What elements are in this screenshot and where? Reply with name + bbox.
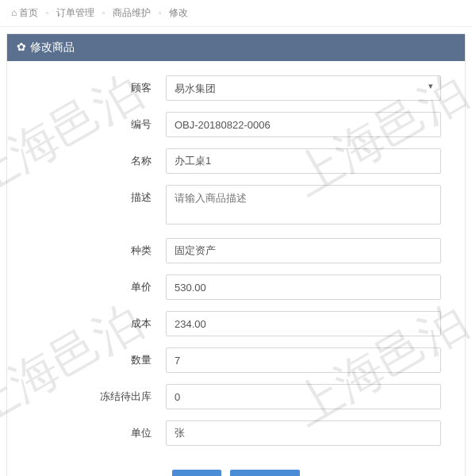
label-cost: 成本 [31, 311, 166, 331]
breadcrumb-home[interactable]: 首页 [19, 7, 38, 18]
panel-title: 修改商品 [30, 40, 75, 53]
gear-icon: ✿ [17, 40, 26, 53]
name-input[interactable] [166, 148, 441, 174]
breadcrumb: ⌂首页 ◦ 订单管理 ◦ 商品维护 ◦ 修改 [0, 0, 472, 27]
label-frozen-out: 冻结待出库 [31, 384, 166, 404]
unit-price-input[interactable] [166, 274, 441, 300]
frozen-out-input[interactable] [166, 384, 441, 409]
category-input[interactable] [166, 238, 441, 263]
label-customer: 顾客 [31, 75, 166, 95]
unit-input[interactable] [166, 420, 441, 446]
label-name: 名称 [31, 148, 166, 168]
label-description: 描述 [31, 185, 166, 205]
back-button[interactable]: 返回列表 [230, 470, 300, 476]
breadcrumb-order-mgmt[interactable]: 订单管理 [56, 7, 94, 18]
label-quantity: 数量 [31, 347, 166, 367]
edit-product-panel: ✿修改商品 顾客 易水集团 编号 名称 描述 [6, 33, 466, 476]
breadcrumb-sep: ◦ [102, 7, 106, 18]
panel-body: 顾客 易水集团 编号 名称 描述 种类 [7, 61, 465, 476]
customer-select[interactable]: 易水集团 [166, 75, 441, 101]
quantity-input[interactable] [166, 347, 441, 373]
description-textarea[interactable] [166, 185, 441, 225]
save-button[interactable]: 保存 [172, 470, 221, 476]
breadcrumb-product-maint[interactable]: 商品维护 [113, 7, 151, 18]
label-unit-price: 单价 [31, 274, 166, 294]
form-actions: 保存 返回列表 [31, 470, 441, 476]
cost-input[interactable] [166, 311, 441, 336]
breadcrumb-edit: 修改 [169, 7, 188, 18]
home-icon: ⌂ [11, 7, 17, 18]
label-unit: 单位 [31, 420, 166, 440]
code-input[interactable] [166, 112, 441, 137]
label-code: 编号 [31, 112, 166, 132]
breadcrumb-sep: ◦ [46, 7, 49, 18]
breadcrumb-sep: ◦ [159, 7, 162, 18]
panel-header: ✿修改商品 [7, 34, 465, 61]
label-category: 种类 [31, 238, 166, 258]
